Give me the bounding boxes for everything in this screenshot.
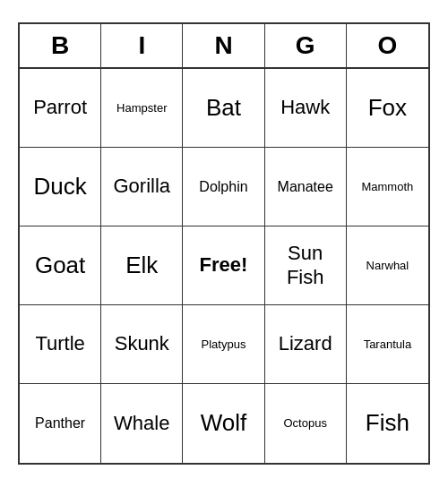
bingo-cell-2: Bat <box>183 69 264 148</box>
bingo-cell-3: Hawk <box>265 69 347 148</box>
cell-text-2: Bat <box>206 94 241 122</box>
bingo-cell-8: Manatee <box>265 148 347 226</box>
header-letter-b: B <box>20 24 101 67</box>
cell-text-7: Dolphin <box>199 178 247 195</box>
bingo-cell-4: Fox <box>347 69 428 148</box>
bingo-cell-10: Goat <box>20 226 101 305</box>
cell-text-8: Manatee <box>278 178 333 195</box>
bingo-cell-24: Fish <box>347 384 428 463</box>
bingo-cell-23: Octopus <box>265 384 347 463</box>
bingo-cell-1: Hampster <box>101 69 183 148</box>
bingo-cell-9: Mammoth <box>347 148 428 226</box>
header-letter-i: I <box>101 24 183 67</box>
bingo-cell-16: Skunk <box>101 305 183 384</box>
cell-text-0: Parrot <box>33 96 87 119</box>
cell-text-5: Duck <box>33 173 86 201</box>
cell-text-13: Sun Fish <box>269 242 342 289</box>
bingo-cell-14: Narwhal <box>347 226 428 305</box>
bingo-cell-15: Turtle <box>20 305 101 384</box>
bingo-cell-11: Elk <box>101 226 183 305</box>
bingo-cell-7: Dolphin <box>183 148 264 226</box>
header-letter-n: N <box>183 24 264 67</box>
cell-text-20: Panther <box>35 414 85 431</box>
cell-text-9: Mammoth <box>361 180 413 194</box>
cell-text-6: Gorilla <box>114 175 171 198</box>
bingo-card: BINGO ParrotHampsterBatHawkFoxDuckGorill… <box>18 22 430 465</box>
bingo-cell-20: Panther <box>20 384 101 463</box>
bingo-cell-19: Tarantula <box>347 305 428 384</box>
cell-text-4: Fox <box>368 94 407 122</box>
bingo-cell-0: Parrot <box>20 69 101 148</box>
cell-text-24: Fish <box>366 409 409 437</box>
cell-text-19: Tarantula <box>364 337 411 352</box>
bingo-header: BINGO <box>20 24 428 69</box>
bingo-cell-22: Wolf <box>183 384 264 463</box>
cell-text-15: Turtle <box>35 332 84 355</box>
cell-text-3: Hawk <box>280 96 330 119</box>
cell-text-17: Platypus <box>202 337 246 352</box>
header-letter-o: O <box>347 24 428 67</box>
cell-text-23: Octopus <box>283 416 326 431</box>
cell-text-1: Hampster <box>116 101 167 115</box>
bingo-cell-18: Lizard <box>265 305 347 384</box>
cell-text-21: Whale <box>114 412 169 435</box>
cell-text-22: Wolf <box>201 409 247 437</box>
header-letter-g: G <box>265 24 347 67</box>
cell-text-14: Narwhal <box>366 259 409 273</box>
bingo-cell-12: Free! <box>183 226 264 305</box>
bingo-cell-17: Platypus <box>183 305 264 384</box>
cell-text-11: Elk <box>125 252 158 279</box>
bingo-cell-6: Gorilla <box>101 148 183 226</box>
bingo-body: ParrotHampsterBatHawkFoxDuckGorillaDolph… <box>20 69 428 463</box>
bingo-cell-21: Whale <box>101 384 183 463</box>
bingo-cell-13: Sun Fish <box>265 226 347 305</box>
cell-text-12: Free! <box>200 253 248 277</box>
cell-text-18: Lizard <box>279 332 332 355</box>
bingo-cell-5: Duck <box>20 148 101 226</box>
cell-text-16: Skunk <box>115 332 169 355</box>
cell-text-10: Goat <box>35 252 85 279</box>
